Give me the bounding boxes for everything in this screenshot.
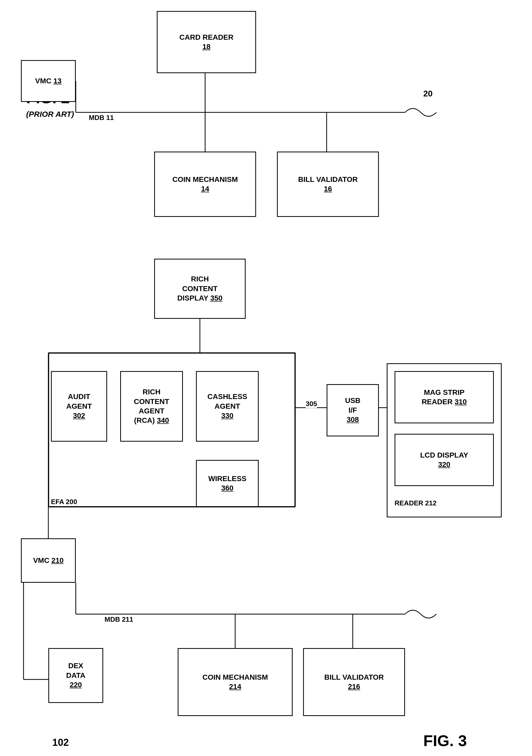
lcd-display-box: LCD DISPLAY 320 (395, 434, 494, 486)
usb-number: 308 (347, 415, 359, 424)
cashless-agent-box: CASHLESS AGENT 330 (196, 371, 259, 442)
coin-mechanism214-box: COIN MECHANISM 214 (178, 648, 293, 716)
usb-line2: I/F (349, 406, 357, 415)
bv216-number: 216 (348, 682, 360, 691)
dex-number: 220 (70, 680, 82, 689)
coin-mechanism14-number: 14 (201, 184, 209, 194)
wireless-box: WIRELESS 360 (196, 460, 259, 507)
dex-line2: DATA (66, 671, 86, 680)
rcd-line3: DISPLAY 350 (177, 293, 223, 303)
dex-data-box: DEX DATA 220 (48, 648, 103, 703)
bill-validator216-box: BILL VALIDATOR 216 (303, 648, 405, 716)
aa-number: 302 (73, 411, 85, 420)
rca-line3: AGENT (139, 406, 164, 416)
rca-line1: RICH (143, 387, 160, 397)
mdb211-label: MDB 211 (104, 615, 133, 624)
bill-validator16-number: 16 (324, 184, 332, 194)
bill-validator16-box: BILL VALIDATOR 16 (277, 151, 379, 217)
reader212-label: READER 212 (395, 499, 437, 507)
aa-line2: AGENT (66, 402, 92, 411)
rcd-line2: CONTENT (182, 284, 217, 293)
msr-line1: MAG STRIP (424, 388, 465, 397)
vmc210-label: VMC 210 (33, 556, 64, 565)
bill-validator16-line1: BILL VALIDATOR (298, 175, 358, 184)
label-102: 102 (52, 737, 69, 748)
fig3-title: FIG. 3 (423, 732, 467, 750)
vmc210-box: VMC 210 (21, 538, 76, 583)
dex-line1: DEX (68, 661, 83, 670)
card-reader-box: CARD READER 18 (157, 11, 256, 73)
vmc13-box: VMC 13 (21, 60, 76, 102)
vmc13-label: VMC 13 (35, 76, 62, 86)
aa-line1: AUDIT (68, 392, 91, 401)
lcd-number: 320 (438, 460, 450, 469)
label-305: 305 (306, 400, 317, 408)
coin-mechanism14-box: COIN MECHANISM 14 (154, 151, 256, 217)
rich-content-display-box: RICH CONTENT DISPLAY 350 (154, 259, 246, 319)
mag-strip-reader-box: MAG STRIP READER 310 (395, 371, 494, 423)
mdb11-label: MDB 11 (89, 114, 114, 122)
rca-line2: CONTENT (134, 397, 169, 406)
rcd-line1: RICH (191, 274, 209, 284)
ca-number: 330 (221, 411, 234, 420)
ca-line2: AGENT (215, 402, 240, 411)
coin-mechanism14-line1: COIN MECHANISM (173, 175, 238, 184)
diagram-container: FIG. 2 (PRIOR ART) 20 CARD READER 18 VMC… (0, 0, 532, 756)
bv216-line1: BILL VALIDATOR (324, 673, 384, 682)
usb-line1: USB (345, 396, 360, 405)
ca-line1: CASHLESS (207, 392, 247, 401)
card-reader-number: 18 (202, 42, 210, 51)
cm214-line1: COIN MECHANISM (202, 673, 268, 682)
card-reader-label: CARD READER (179, 33, 234, 42)
efa-label: EFA 200 (51, 498, 77, 506)
lcd-line1: LCD DISPLAY (420, 450, 468, 460)
msr-line2: READER 310 (422, 397, 467, 407)
rca-line4: (RCA) 340 (134, 416, 169, 425)
cm214-number: 214 (229, 682, 241, 691)
wireless-number: 360 (221, 483, 234, 493)
usb-if-box: USB I/F 308 (327, 384, 379, 436)
label-20: 20 (423, 89, 433, 98)
audit-agent-box: AUDIT AGENT 302 (51, 371, 107, 442)
wireless-line1: WIRELESS (208, 474, 246, 483)
rca-box: RICH CONTENT AGENT (RCA) 340 (120, 371, 183, 442)
fig2-subtitle: (PRIOR ART) (26, 110, 74, 119)
